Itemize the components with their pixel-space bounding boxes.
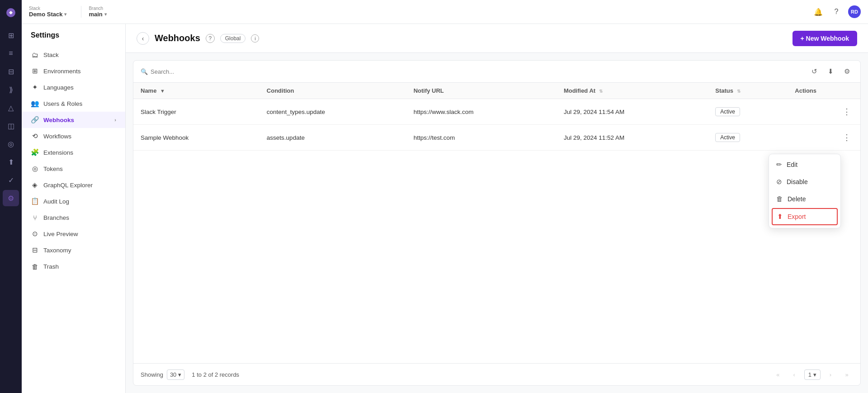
app-logo[interactable] xyxy=(4,5,18,20)
help-icon[interactable]: ? xyxy=(830,5,843,18)
sidebar-item-trash[interactable]: 🗑 Trash xyxy=(22,258,125,275)
page-help-icon[interactable]: ? xyxy=(206,34,215,43)
rail-publish-icon[interactable]: △ xyxy=(3,99,19,116)
next-page-button[interactable]: › xyxy=(824,368,837,381)
new-webhook-button[interactable]: + New Webhook xyxy=(793,31,857,46)
webhooks-chevron-icon: › xyxy=(114,117,116,123)
context-delete-label: Delete xyxy=(788,195,806,203)
rail-deploy-icon[interactable]: ⬆ xyxy=(3,154,19,170)
trash-icon: 🗑 xyxy=(31,262,39,270)
refresh-button[interactable]: ↺ xyxy=(808,65,821,78)
stack-info: Stack Demo Stack ▾ xyxy=(29,6,66,18)
languages-icon: ✦ xyxy=(31,83,39,91)
users-icon: 👥 xyxy=(31,99,39,108)
cell-notify-url-0: https://www.slack.com xyxy=(406,99,557,125)
rail-dashboard-icon[interactable]: ⊞ xyxy=(3,27,19,43)
col-status[interactable]: Status ⇅ xyxy=(708,83,788,99)
rail-content-icon[interactable]: ≡ xyxy=(3,45,19,62)
sidebar-item-users-roles[interactable]: 👥 Users & Roles xyxy=(22,95,125,112)
page-size-select[interactable]: 30 ▾ xyxy=(167,369,184,380)
first-page-button[interactable]: « xyxy=(772,368,784,381)
top-bar: Stack Demo Stack ▾ Branch main ▾ 🔔 ? RD xyxy=(22,0,868,24)
cell-name-1: Sample Webhook xyxy=(133,125,259,151)
context-export-label: Export xyxy=(788,213,806,220)
context-disable[interactable]: ⊘ Disable xyxy=(769,173,840,190)
sidebar-item-stack[interactable]: 🗂 Stack xyxy=(22,47,125,63)
sidebar-label-branches: Branches xyxy=(43,214,69,221)
webhooks-table-area: 🔍 ↺ ⬇ ⚙ Name ▼ C xyxy=(133,60,861,386)
context-edit[interactable]: ✏ Edit xyxy=(769,156,840,173)
cell-actions-1: ⋮ xyxy=(788,125,860,151)
page-size-chevron-icon: ▾ xyxy=(178,371,181,378)
back-button[interactable]: ‹ xyxy=(137,32,149,45)
stack-name[interactable]: Demo Stack ▾ xyxy=(29,11,66,18)
rail-preview-icon[interactable]: ◎ xyxy=(3,136,19,152)
icon-rail: ⊞ ≡ ⊟ ⟫ △ ◫ ◎ ⬆ ✓ ⚙ xyxy=(0,0,22,393)
page-num-chevron-icon: ▾ xyxy=(813,371,816,378)
prev-page-button[interactable]: ‹ xyxy=(788,368,801,381)
branch-name[interactable]: main ▾ xyxy=(89,11,106,18)
sidebar-label-stack: Stack xyxy=(43,52,59,58)
sidebar: Settings 🗂 Stack ⊞ Environments ✦ Langua… xyxy=(22,24,126,393)
cell-status-1: Active xyxy=(708,125,788,151)
table-row: Slack Trigger content_types.update https… xyxy=(133,99,860,125)
sidebar-item-extensions[interactable]: 🧩 Extensions xyxy=(22,144,125,161)
table-body: Slack Trigger content_types.update https… xyxy=(133,99,860,151)
sidebar-label-live-preview: Live Preview xyxy=(43,231,78,237)
taxonomy-icon: ⊟ xyxy=(31,246,39,254)
extensions-icon: 🧩 xyxy=(31,148,39,156)
rail-check-icon[interactable]: ✓ xyxy=(3,172,19,188)
last-page-button[interactable]: » xyxy=(840,368,853,381)
context-edit-label: Edit xyxy=(787,161,797,168)
search-input-wrap: 🔍 xyxy=(141,68,804,75)
sidebar-item-audit-log[interactable]: 📋 Audit Log xyxy=(22,193,125,209)
sidebar-item-branches[interactable]: ⑂ Branches xyxy=(22,209,125,226)
content-header: ‹ Webhooks ? Global i + New Webhook xyxy=(126,24,868,53)
notifications-icon[interactable]: 🔔 xyxy=(812,5,825,18)
row-actions-button-0[interactable]: ⋮ xyxy=(840,105,853,118)
col-actions: Actions xyxy=(788,83,860,99)
stack-chevron-icon: ▾ xyxy=(64,12,66,17)
workflows-icon: ⟲ xyxy=(31,132,39,140)
download-button[interactable]: ⬇ xyxy=(824,65,837,78)
page-info-icon[interactable]: i xyxy=(251,34,259,43)
rail-settings-icon[interactable]: ⚙ xyxy=(3,190,19,206)
stack-icon: 🗂 xyxy=(31,51,39,59)
user-avatar[interactable]: RD xyxy=(848,5,861,18)
audit-icon: 📋 xyxy=(31,197,39,205)
rail-media-icon[interactable]: ◫ xyxy=(3,118,19,134)
sidebar-item-webhooks[interactable]: 🔗 Webhooks › xyxy=(22,112,125,128)
context-menu: ✏ Edit ⊘ Disable 🗑 Delete ⬆ Export xyxy=(769,154,841,228)
sidebar-item-graphql[interactable]: ◈ GraphQL Explorer xyxy=(22,177,125,193)
settings-button[interactable]: ⚙ xyxy=(840,65,853,78)
sidebar-item-live-preview[interactable]: ⊙ Live Preview xyxy=(22,226,125,242)
sidebar-item-tokens[interactable]: ◎ Tokens xyxy=(22,161,125,177)
row-actions-button-1[interactable]: ⋮ xyxy=(840,131,853,144)
context-delete[interactable]: 🗑 Delete xyxy=(769,190,840,207)
context-disable-label: Disable xyxy=(787,178,808,185)
global-badge[interactable]: Global xyxy=(220,34,246,43)
sidebar-item-taxonomy[interactable]: ⊟ Taxonomy xyxy=(22,242,125,258)
col-name[interactable]: Name ▼ xyxy=(133,83,259,99)
col-modified-at[interactable]: Modified At ⇅ xyxy=(557,83,708,99)
table-footer: Showing 30 ▾ 1 to 2 of 2 records « ‹ 1 ▾… xyxy=(133,363,860,385)
delete-icon: 🗑 xyxy=(776,195,783,203)
search-input[interactable] xyxy=(151,68,241,75)
sidebar-label-workflows: Workflows xyxy=(43,133,71,140)
table-toolbar: 🔍 ↺ ⬇ ⚙ xyxy=(133,61,860,83)
sidebar-item-languages[interactable]: ✦ Languages xyxy=(22,79,125,95)
cell-modified-at-0: Jul 29, 2024 11:54 AM xyxy=(557,99,708,125)
graphql-icon: ◈ xyxy=(31,181,39,189)
branch-chevron-icon: ▾ xyxy=(104,12,107,17)
context-export[interactable]: ⬆ Export xyxy=(772,208,838,225)
table-scroll-container: Name ▼ Condition Notify URL Modified At … xyxy=(133,83,860,363)
export-icon: ⬆ xyxy=(777,213,783,221)
showing-label: Showing xyxy=(141,371,163,378)
cell-modified-at-1: Jul 29, 2024 11:52 AM xyxy=(557,125,708,151)
rail-taxonomy-icon[interactable]: ⟫ xyxy=(3,81,19,98)
environments-icon: ⊞ xyxy=(31,67,39,75)
current-page[interactable]: 1 ▾ xyxy=(804,369,821,380)
sidebar-item-environments[interactable]: ⊞ Environments xyxy=(22,63,125,79)
rail-modules-icon[interactable]: ⊟ xyxy=(3,63,19,80)
sidebar-item-workflows[interactable]: ⟲ Workflows xyxy=(22,128,125,144)
